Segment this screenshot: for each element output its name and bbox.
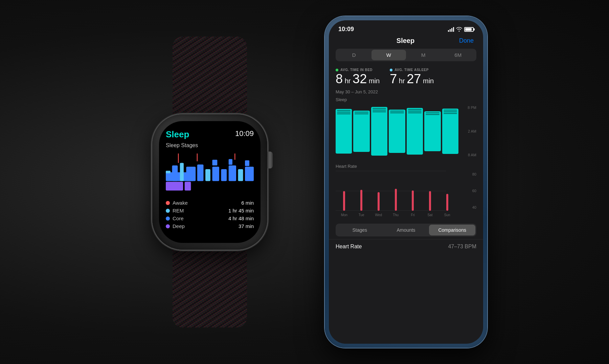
- signal-bars-icon: [448, 27, 454, 32]
- sleep-chart-area: 8 PM 2 AM 8 AM: [336, 104, 476, 158]
- segment-d[interactable]: D: [337, 50, 371, 60]
- stat-time-asleep: AVG. TIME ASLEEP 7 hr 27 min: [390, 68, 434, 85]
- watch-title: Sleep: [166, 129, 189, 140]
- dot-core: [166, 217, 170, 221]
- svg-rect-16: [245, 167, 254, 181]
- battery-icon: [464, 27, 474, 32]
- day-thu: Thu: [393, 213, 399, 217]
- sleep-bar-tue: [353, 104, 369, 158]
- bottom-tabs: Stages Amounts Comparisons: [336, 224, 476, 236]
- wifi-icon: [456, 27, 462, 32]
- svg-rect-6: [166, 171, 171, 173]
- svg-rect-3: [166, 182, 183, 190]
- scene: Sleep 10:09 Sleep Stages: [0, 0, 609, 364]
- day-fri: Fri: [411, 213, 415, 217]
- segment-m[interactable]: M: [406, 50, 441, 60]
- done-button[interactable]: Done: [459, 37, 474, 44]
- heart-y-60: 60: [461, 189, 476, 193]
- heart-bar-mon: Mon: [336, 191, 353, 211]
- heart-y-axis: 80 60 40: [461, 171, 476, 218]
- status-icons: [448, 27, 474, 32]
- sleep-y-axis: 8 PM 2 AM 8 AM: [461, 104, 476, 158]
- label-rem: REM: [173, 208, 184, 213]
- segment-w[interactable]: W: [371, 50, 406, 60]
- status-bar: 10:09: [329, 20, 483, 36]
- sleep-bar-mon: [336, 104, 352, 158]
- day-tue: Tue: [359, 213, 364, 217]
- heart-rate-value: 47–73 BPM: [448, 244, 476, 250]
- value-awake: 6 min: [241, 200, 254, 206]
- label-deep: Deep: [173, 223, 185, 229]
- label-core: Core: [173, 215, 184, 221]
- value-rem: 1 hr 45 min: [228, 208, 254, 213]
- stat-time-in-bed: AVG. TIME IN BED 8 hr 32 min: [336, 68, 380, 85]
- sleep-chart-label: Sleep: [336, 97, 476, 102]
- dot-rem: [166, 209, 170, 213]
- day-sun: Sun: [444, 213, 450, 217]
- heart-rate-row: Heart Rate 47–73 BPM: [329, 239, 483, 254]
- tab-stages[interactable]: Stages: [337, 225, 383, 235]
- watch-container: Sleep 10:09 Sleep Stages: [122, 37, 298, 327]
- sleep-y-8am: 8 AM: [461, 153, 476, 157]
- watch-screen: Sleep 10:09 Sleep Stages: [159, 121, 261, 243]
- value-core: 4 hr 48 min: [228, 215, 254, 221]
- svg-rect-12: [212, 167, 219, 181]
- heart-chart-area: Mon Tue Wed: [336, 171, 476, 218]
- heart-bar-sat: Sat: [422, 191, 439, 211]
- dot-awake: [166, 201, 170, 205]
- watch-time: 10:09: [235, 129, 254, 138]
- watch-header: Sleep 10:09: [166, 129, 254, 140]
- svg-rect-13: [221, 169, 227, 181]
- phone-container: 10:09: [325, 16, 487, 348]
- value-in-bed: 8 hr 32 min: [336, 72, 380, 85]
- svg-rect-19: [245, 160, 249, 166]
- phone-nav: Sleep Done: [329, 36, 483, 49]
- watch-legend: Awake 6 min REM 1 hr 45 min: [166, 200, 254, 229]
- sleep-bar-thu: [389, 104, 405, 158]
- phone-time: 10:09: [338, 26, 354, 33]
- heart-y-40: 40: [461, 205, 476, 209]
- value-asleep: 7 hr 27 min: [390, 72, 434, 85]
- dot-deep: [166, 224, 170, 228]
- svg-rect-4: [185, 182, 191, 190]
- segment-6m[interactable]: 6M: [441, 50, 476, 60]
- heart-rate-label: Heart Rate: [336, 244, 362, 250]
- sleep-bar-wed: [371, 104, 387, 158]
- watch-band-bottom: [173, 246, 247, 327]
- sleep-y-2am: 2 AM: [461, 129, 476, 133]
- phone-nav-title: Sleep: [397, 37, 414, 45]
- legend-rem: REM 1 hr 45 min: [166, 208, 254, 213]
- phone-frame: 10:09: [325, 16, 487, 348]
- legend-deep: Deep 37 min: [166, 223, 254, 229]
- heart-bar-wed: Wed: [370, 192, 387, 211]
- tab-amounts[interactable]: Amounts: [383, 225, 429, 235]
- svg-rect-18: [229, 159, 232, 165]
- heart-bars: Mon Tue Wed: [336, 171, 458, 218]
- sleep-bar-sun: [442, 104, 458, 158]
- day-mon: Mon: [341, 213, 347, 217]
- heart-bar-fri: Fri: [404, 190, 422, 211]
- watch-subtitle: Sleep Stages: [166, 142, 254, 149]
- label-asleep: AVG. TIME ASLEEP: [394, 68, 429, 72]
- watch-crown: [267, 152, 273, 168]
- day-wed: Wed: [375, 213, 382, 217]
- legend-core: Core 4 hr 48 min: [166, 215, 254, 221]
- segment-control: D W M 6M: [336, 49, 476, 61]
- sleep-bar-sat: [424, 104, 441, 158]
- svg-rect-17: [212, 160, 217, 165]
- stats-section: AVG. TIME IN BED 8 hr 32 min AVG. TIME A…: [329, 67, 483, 89]
- heart-bar-thu: Thu: [387, 189, 404, 211]
- day-sat: Sat: [427, 213, 432, 217]
- legend-awake: Awake 6 min: [166, 200, 254, 206]
- label-awake: Awake: [173, 200, 188, 206]
- svg-rect-15: [238, 169, 243, 181]
- dot-asleep: [390, 69, 392, 71]
- label-in-bed: AVG. TIME IN BED: [340, 68, 373, 72]
- tab-comparisons[interactable]: Comparisons: [429, 225, 475, 235]
- svg-rect-8: [180, 163, 184, 181]
- date-range: May 30 – Jun 5, 2022: [329, 89, 483, 97]
- heart-chart-section: Heart Rate Mon: [329, 164, 483, 218]
- watch-sleep-chart: [166, 152, 254, 196]
- watch-body: Sleep 10:09 Sleep Stages: [152, 114, 267, 250]
- heart-bar-tue: Tue: [353, 190, 370, 211]
